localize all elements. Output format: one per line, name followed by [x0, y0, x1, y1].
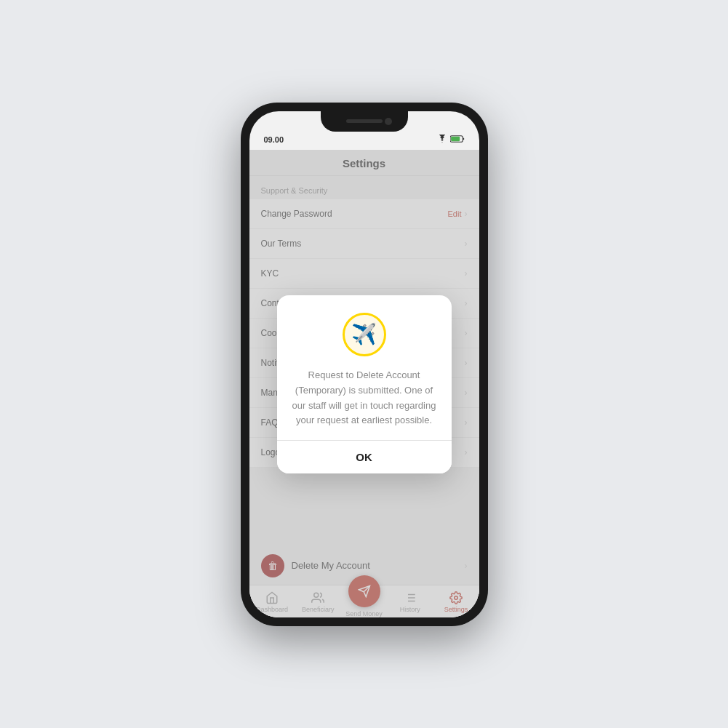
- battery-icon: [450, 135, 465, 145]
- dialog-body: ✈️ Request to Delete Account (Temporary)…: [277, 295, 452, 440]
- svg-rect-1: [451, 136, 460, 140]
- settings-screen: Settings Support & Security Change Passw…: [249, 150, 479, 617]
- dialog-icon: ✈️: [343, 313, 386, 356]
- time-display: 09.00: [264, 135, 284, 144]
- status-icons: [437, 135, 465, 145]
- phone-frame: 09.00: [241, 103, 488, 626]
- delete-account-dialog: ✈️ Request to Delete Account (Temporary)…: [277, 295, 452, 473]
- wifi-icon: [437, 135, 447, 145]
- speaker: [346, 119, 383, 123]
- dialog-backdrop: ✈️ Request to Delete Account (Temporary)…: [249, 150, 479, 617]
- camera: [385, 118, 392, 125]
- dialog-ok-button[interactable]: OK: [277, 441, 452, 473]
- phone-screen: 09.00: [249, 111, 479, 617]
- notch: [321, 111, 408, 132]
- dialog-message: Request to Delete Account (Temporary) is…: [292, 368, 437, 428]
